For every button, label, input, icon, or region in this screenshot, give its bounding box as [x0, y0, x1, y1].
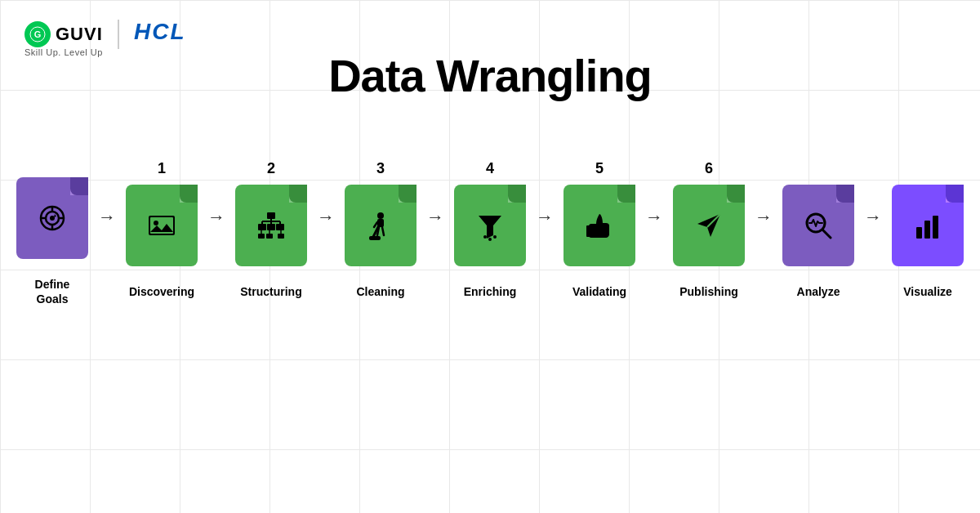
- step-wrapper-enriching: 4 Enriching: [446, 158, 534, 299]
- step-number-cleaning: 3: [376, 158, 385, 178]
- svg-point-36: [488, 238, 492, 241]
- step-wrapper-structuring: 2: [227, 158, 315, 299]
- step-card-structuring: [235, 185, 307, 266]
- step-wrapper-validating: 5 Validating: [555, 158, 644, 299]
- svg-rect-44: [933, 216, 938, 239]
- svg-point-5: [50, 216, 55, 221]
- guvi-text: GUVI: [56, 24, 103, 45]
- svg-rect-22: [258, 234, 265, 239]
- hcl-logo: HCL: [134, 16, 199, 51]
- step-validating: 5 Validating: [555, 158, 644, 299]
- analytics-icon: [802, 209, 835, 242]
- logo-area: G GUVI HCL: [24, 16, 199, 51]
- step-label-analyze: Analyze: [797, 284, 840, 299]
- svg-rect-14: [258, 224, 266, 230]
- step-visualize: Visualize: [884, 158, 972, 299]
- step-label-discovering: Discovering: [129, 284, 194, 299]
- image-icon: [145, 209, 178, 242]
- svg-line-34: [374, 222, 377, 227]
- main-content: G GUVI HCL Skill Up. Level Up Data Wrang…: [0, 0, 980, 513]
- step-label-structuring: Structuring: [240, 284, 301, 299]
- step-card-enriching: [454, 185, 526, 266]
- step-label-publishing: Publishing: [679, 284, 738, 299]
- svg-line-41: [822, 230, 831, 238]
- svg-text:G: G: [34, 29, 42, 39]
- step-cleaning: 3: [336, 158, 425, 299]
- arrow-6: →: [645, 207, 663, 228]
- step-wrapper-cleaning: 3: [336, 158, 425, 299]
- step-card-publishing: [673, 185, 745, 266]
- arrow-4: →: [426, 207, 444, 228]
- step-number-validating: 5: [595, 158, 604, 178]
- step-wrapper-define-goals: DefineGoals: [8, 151, 96, 306]
- steps-container: DefineGoals → 1 Discover: [0, 151, 980, 306]
- step-wrapper-publishing: 6 Publishing: [665, 158, 753, 299]
- step-card-define-goals: [16, 177, 88, 259]
- step-number-publishing: 6: [705, 158, 713, 178]
- svg-rect-15: [267, 224, 275, 230]
- send-icon: [693, 209, 725, 242]
- barchart-icon: [911, 209, 944, 242]
- svg-rect-16: [276, 224, 284, 230]
- step-define-goals: DefineGoals: [8, 151, 96, 306]
- broom-icon: [364, 209, 397, 242]
- step-card-visualize: [892, 185, 964, 266]
- step-label-enriching: Enriching: [464, 284, 517, 299]
- svg-rect-38: [586, 225, 591, 237]
- svg-point-12: [154, 221, 158, 225]
- svg-rect-31: [369, 236, 381, 240]
- logo-divider: [118, 20, 119, 49]
- step-number-discovering: 1: [158, 158, 166, 178]
- svg-rect-13: [267, 212, 275, 219]
- step-card-analyze: [782, 185, 854, 266]
- svg-rect-42: [916, 227, 922, 239]
- svg-point-35: [483, 235, 487, 239]
- tagline: Skill Up. Level Up: [24, 47, 103, 57]
- step-label-validating: Validating: [572, 284, 626, 299]
- step-wrapper-visualize: Visualize: [884, 158, 972, 299]
- filter-icon: [474, 209, 506, 242]
- hierarchy-icon: [255, 209, 287, 242]
- step-card-validating: [564, 185, 635, 266]
- svg-point-37: [493, 235, 497, 239]
- guvi-logo: G GUVI: [24, 21, 103, 47]
- step-card-discovering: [126, 185, 198, 266]
- step-analyze: Analyze: [774, 158, 862, 299]
- arrow-1: →: [98, 207, 116, 228]
- step-label-define-goals: DefineGoals: [35, 277, 70, 306]
- svg-rect-24: [278, 234, 284, 239]
- step-label-visualize: Visualize: [903, 284, 952, 299]
- step-structuring: 2: [227, 158, 315, 299]
- svg-line-33: [382, 227, 384, 235]
- step-number-enriching: 4: [486, 158, 494, 178]
- arrow-2: →: [207, 207, 225, 228]
- arrow-5: →: [536, 207, 554, 228]
- svg-rect-43: [924, 221, 930, 239]
- target-icon: [36, 202, 69, 234]
- step-card-cleaning: [345, 185, 416, 266]
- step-enriching: 4 Enriching: [446, 158, 534, 299]
- arrow-7: →: [755, 207, 773, 228]
- svg-text:HCL: HCL: [134, 19, 186, 44]
- guvi-icon: G: [24, 21, 51, 47]
- arrow-3: →: [317, 207, 335, 228]
- arrow-8: →: [864, 207, 882, 228]
- svg-rect-23: [266, 234, 273, 239]
- step-number-structuring: 2: [267, 158, 275, 178]
- step-discovering: 1 Discovering: [118, 158, 206, 299]
- step-wrapper-analyze: Analyze: [774, 158, 862, 299]
- thumbsup-icon: [583, 209, 616, 242]
- step-wrapper-discovering: 1 Discovering: [118, 158, 206, 299]
- svg-point-28: [377, 212, 384, 219]
- step-publishing: 6 Publishing: [665, 158, 753, 299]
- step-label-cleaning: Cleaning: [356, 284, 404, 299]
